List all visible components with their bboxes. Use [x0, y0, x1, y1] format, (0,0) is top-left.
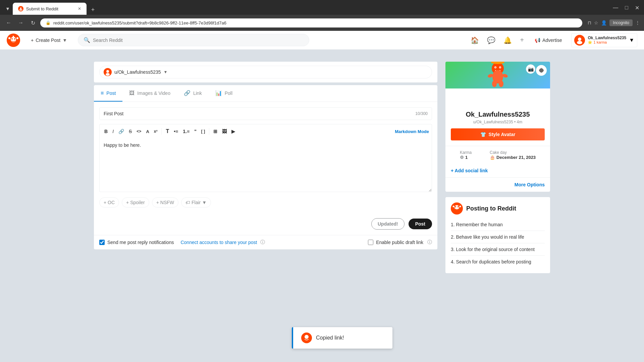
back-btn[interactable]: ←: [4, 18, 13, 27]
forward-btn[interactable]: →: [16, 18, 25, 27]
post-submit-btn[interactable]: Post: [409, 219, 432, 229]
search-icon: 🔍: [84, 37, 90, 43]
minimize-btn[interactable]: —: [611, 3, 620, 12]
bookmark-icon[interactable]: ☆: [594, 20, 598, 25]
close-window-btn[interactable]: ✕: [634, 3, 641, 12]
posting-title: Posting to Reddit: [466, 205, 516, 212]
cake-day-item: Cake day 🎂 December 21, 2023: [490, 150, 536, 160]
superscript-btn[interactable]: x²: [152, 128, 160, 135]
profile-subreddit-line: u/Ok_Lawfulness5235 • 4m: [451, 120, 545, 124]
svg-point-12: [577, 41, 582, 44]
new-tab-btn[interactable]: +: [89, 5, 98, 15]
spoiler-tag-btn[interactable]: + Spoiler: [122, 197, 149, 207]
notify-checkbox-label[interactable]: Send me post reply notifications: [99, 240, 174, 245]
draft-checkbox[interactable]: [368, 240, 373, 245]
tab-post[interactable]: ≡ Post: [94, 85, 122, 102]
rte-toolbar: B I 🔗 S <> A x² T •≡ 1.≡ " [ ]: [99, 124, 432, 138]
chat-icon[interactable]: 💬: [486, 35, 497, 46]
title-input[interactable]: [104, 111, 415, 116]
search-bar[interactable]: 🔍: [78, 34, 309, 46]
notification-icon[interactable]: 🔔: [502, 35, 513, 46]
italic-btn[interactable]: I: [110, 127, 116, 135]
big-heading-btn[interactable]: T: [164, 127, 171, 136]
subreddit-avatar: [104, 68, 112, 76]
bullet-list-btn[interactable]: •≡: [172, 127, 180, 135]
heading-btn[interactable]: A: [144, 128, 151, 135]
more-btn[interactable]: ⋮: [635, 20, 640, 25]
plus-icon: +: [31, 38, 34, 43]
more-options-btn[interactable]: More Options: [515, 182, 545, 187]
search-input[interactable]: [93, 38, 304, 43]
spoiler-btn[interactable]: [ ]: [199, 128, 207, 135]
home-icon[interactable]: 🏠: [469, 35, 480, 46]
svg-point-25: [499, 80, 503, 87]
svg-point-4: [11, 38, 13, 40]
flair-btn[interactable]: 🏷 Flair ▼: [181, 197, 211, 207]
bold-btn[interactable]: B: [102, 127, 110, 135]
create-post-btn[interactable]: + Create Post ▼: [27, 36, 71, 45]
reddit-logo[interactable]: [7, 34, 20, 47]
poll-tab-icon: 📊: [215, 90, 222, 96]
plus-icon-header[interactable]: +: [519, 35, 525, 45]
image-btn[interactable]: 🖼: [220, 127, 229, 135]
address-bar[interactable]: 🔒 reddit.com/user/ok_lawfulness5235/subm…: [40, 18, 582, 27]
oc-btn[interactable]: + OC: [99, 197, 119, 207]
advertise-btn[interactable]: 📢 Advertise: [531, 36, 566, 45]
page-wrapper: u/Ok_Lawfulness5235 ▼ ≡ Post 🖼 Images & …: [0, 50, 644, 285]
subreddit-dropdown[interactable]: u/Ok_Lawfulness5235 ▼: [99, 66, 432, 78]
nsfw-btn[interactable]: + NSFW: [152, 197, 178, 207]
tab-images-video[interactable]: 🖼 Images & Video: [122, 85, 177, 102]
link-tab-icon: 🔗: [184, 90, 191, 96]
video-btn[interactable]: ▶: [229, 127, 237, 135]
karma-item: Karma ⚙ 1: [460, 150, 472, 160]
tab-nav-arrow[interactable]: ▼: [3, 5, 12, 13]
draft-info-icon: ⓘ: [427, 239, 432, 245]
camera-btn[interactable]: 📷: [526, 64, 535, 74]
maximize-btn[interactable]: □: [624, 3, 630, 12]
table-btn[interactable]: ⊞: [211, 127, 219, 135]
incognito-badge: Incognito: [609, 19, 633, 26]
toast-icon: [301, 333, 312, 343]
reddit-logo-icon: [7, 34, 20, 47]
code-btn[interactable]: <>: [135, 128, 143, 135]
link-btn[interactable]: 🔗: [116, 127, 126, 135]
strikethrough-btn[interactable]: S: [127, 127, 134, 135]
svg-rect-27: [495, 62, 500, 63]
connect-link[interactable]: Connect accounts to share your post: [180, 240, 257, 245]
profile-icon[interactable]: 👤: [601, 20, 607, 25]
active-browser-tab[interactable]: Submit to Reddit ✕: [13, 3, 87, 15]
reload-btn[interactable]: ↻: [28, 18, 38, 27]
tab-poll[interactable]: 📊 Poll: [209, 85, 239, 102]
numbered-list-btn[interactable]: 1.≡: [181, 127, 192, 135]
tab-close-btn[interactable]: ✕: [78, 6, 81, 11]
flair-arrow-icon: ▼: [202, 200, 207, 205]
profile-card: 📷 Ok_Lawfulness5235 u/Ok_Lawfulness5235 …: [445, 62, 550, 192]
markdown-mode-btn[interactable]: Markdown Mode: [395, 129, 429, 134]
add-social-btn[interactable]: + Add social link: [451, 168, 488, 173]
updated-btn[interactable]: Updated!: [371, 218, 405, 230]
gear-icon: [539, 68, 544, 73]
tab-link[interactable]: 🔗 Link: [177, 85, 209, 102]
subreddit-name: u/Ok_Lawfulness5235: [114, 69, 161, 75]
snoo-figure: [484, 62, 511, 92]
quote-btn[interactable]: ": [192, 127, 199, 135]
profile-gear-btn[interactable]: [536, 65, 547, 76]
cast-icon[interactable]: ⊓: [588, 20, 591, 25]
rule-2: 2. Behave like you would in real life: [451, 231, 545, 243]
post-body-textarea[interactable]: Happy to be here.: [99, 138, 432, 192]
svg-point-19: [495, 67, 496, 68]
toolbar-sep-2: [209, 128, 209, 135]
form-actions: Updated! Post: [94, 213, 437, 235]
svg-point-31: [458, 206, 459, 207]
notify-checkbox[interactable]: [99, 240, 105, 245]
style-avatar-btn[interactable]: 👕 Style Avatar: [451, 128, 545, 140]
dropdown-arrow-icon: ▼: [62, 38, 67, 43]
user-menu[interactable]: Ok_Lawfulness5235 ⭐ 1 karma ▼: [571, 33, 637, 47]
svg-point-9: [13, 35, 15, 36]
reddit-header: + Create Post ▼ 🔍 🏠 💬 🔔 + 📢 Advertise Ok…: [0, 31, 644, 50]
rule-1: 1. Remember the human: [451, 219, 545, 231]
connect-row: Connect accounts to share your post ⓘ: [180, 239, 265, 245]
posting-icon: [451, 202, 463, 215]
user-info: Ok_Lawfulness5235 ⭐ 1 karma: [588, 36, 626, 45]
draft-checkbox-label[interactable]: Enable public draft link: [368, 240, 423, 245]
